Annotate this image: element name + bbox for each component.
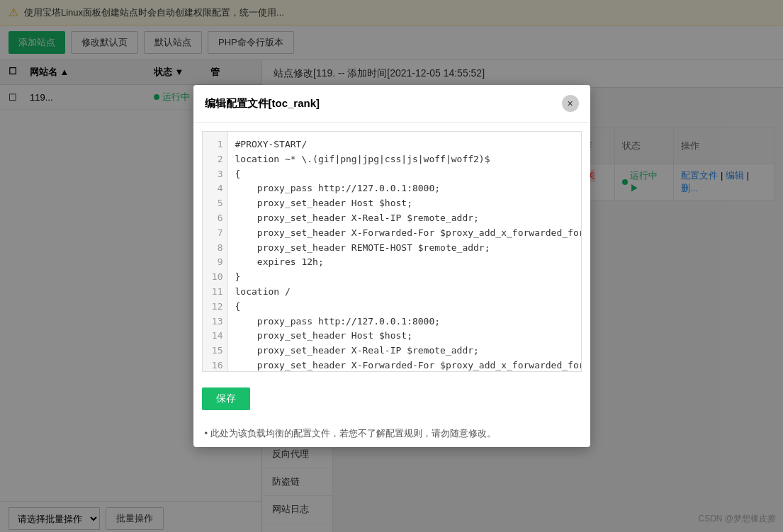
- save-button[interactable]: 保存: [202, 387, 250, 410]
- modal-close-button[interactable]: ×: [562, 95, 579, 112]
- modal-overlay: 编辑配置文件[toc_rank] × 12345 678910 11121314…: [0, 0, 783, 532]
- code-editor[interactable]: 12345 678910 1112131415 1617181920 #PROX…: [202, 131, 582, 372]
- modal-title: 编辑配置文件[toc_rank]: [205, 97, 320, 111]
- code-content[interactable]: #PROXY-START/ location ~* \.(gif|png|jpg…: [228, 132, 581, 371]
- modal-note: • 此处为该负载均衡的配置文件，若您不了解配置规则，请勿随意修改。: [193, 420, 590, 447]
- modal-header: 编辑配置文件[toc_rank] ×: [193, 85, 590, 123]
- modal-body: 12345 678910 1112131415 1617181920 #PROX…: [193, 131, 590, 372]
- modal-dialog: 编辑配置文件[toc_rank] × 12345 678910 11121314…: [193, 85, 590, 447]
- modal-footer: 保存: [193, 380, 590, 420]
- line-numbers: 12345 678910 1112131415 1617181920: [203, 132, 228, 371]
